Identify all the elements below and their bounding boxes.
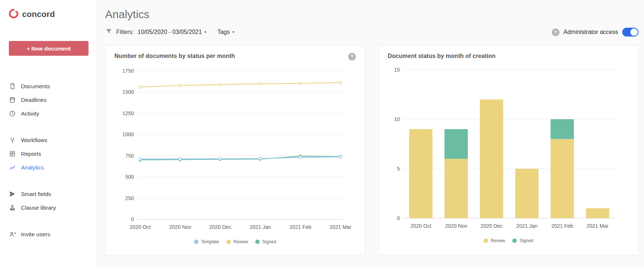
chart-legend: TemplateReviewSigned bbox=[114, 239, 356, 244]
legend-dot bbox=[512, 238, 517, 243]
toolbar: Filters: 10/05/2020 - 03/05/2021 ▾ Tags … bbox=[105, 27, 638, 38]
svg-text:2021 Feb: 2021 Feb bbox=[551, 223, 573, 229]
legend-item-template[interactable]: Template bbox=[194, 239, 219, 244]
legend-item-review[interactable]: Review bbox=[226, 239, 248, 244]
clause-library-icon bbox=[9, 204, 16, 211]
card-title: Number of documents by status per month bbox=[114, 53, 235, 59]
legend-label: Signed bbox=[262, 239, 276, 244]
svg-text:2021 Jan: 2021 Jan bbox=[250, 224, 271, 230]
svg-text:500: 500 bbox=[125, 174, 134, 180]
sidebar-item-workflows[interactable]: Workflows bbox=[9, 133, 89, 147]
card-header: Number of documents by status per month … bbox=[114, 53, 356, 61]
toggle-knob bbox=[630, 28, 638, 36]
legend-item-signed[interactable]: Signed bbox=[512, 238, 533, 243]
date-range-value: 10/05/2020 - 03/05/2021 bbox=[138, 29, 202, 35]
tags-dropdown[interactable]: Tags ▾ bbox=[217, 29, 234, 35]
new-document-button[interactable]: + New document bbox=[9, 41, 89, 56]
filters-label: Filters: bbox=[116, 29, 134, 35]
svg-text:2020 Dec: 2020 Dec bbox=[209, 224, 231, 230]
svg-text:2020 Dec: 2020 Dec bbox=[481, 223, 503, 229]
svg-text:1750: 1750 bbox=[122, 68, 134, 74]
legend-dot bbox=[484, 238, 488, 243]
nav-group-documents: Documents Deadlines Activity bbox=[9, 79, 89, 120]
app-window: concord + New document Documents Deadlin… bbox=[0, 0, 644, 268]
svg-text:2021 Feb: 2021 Feb bbox=[290, 224, 311, 230]
sidebar-item-smart-fields[interactable]: Smart fields bbox=[9, 187, 89, 201]
svg-text:2020 Nov: 2020 Nov bbox=[169, 224, 191, 230]
help-icon[interactable]: ? bbox=[552, 28, 560, 36]
help-icon[interactable]: ? bbox=[348, 53, 356, 61]
legend-dot bbox=[255, 240, 260, 244]
chevron-down-icon: ▾ bbox=[232, 30, 234, 34]
invite-users-icon bbox=[9, 231, 16, 238]
svg-text:2021 Mar: 2021 Mar bbox=[329, 224, 351, 230]
calendar-icon bbox=[9, 96, 16, 103]
line-chart-card: Number of documents by status per month … bbox=[105, 45, 365, 255]
nav-group-library: Smart fields Clause library bbox=[9, 187, 89, 214]
documents-by-status-line-chart: 025050075010001250150017502020 Oct2020 N… bbox=[114, 64, 357, 234]
svg-text:0: 0 bbox=[131, 216, 134, 222]
sidebar-item-label: Documents bbox=[21, 83, 50, 90]
sidebar-item-deadlines[interactable]: Deadlines bbox=[9, 93, 89, 107]
clock-icon bbox=[9, 110, 16, 117]
legend-label: Template bbox=[201, 239, 219, 244]
svg-text:1250: 1250 bbox=[122, 110, 134, 116]
document-icon bbox=[9, 83, 16, 90]
legend-label: Review bbox=[233, 239, 248, 244]
svg-text:0: 0 bbox=[397, 215, 400, 221]
legend-label: Signed bbox=[519, 238, 533, 243]
admin-access-control: ? Administrator access bbox=[552, 28, 639, 37]
sidebar-item-analytics[interactable]: Analytics bbox=[9, 161, 89, 174]
status-by-month-bar-chart: 0510152020 Oct2020 Nov2020 Dec2021 Jan20… bbox=[388, 63, 630, 233]
sidebar-item-invite-users[interactable]: Invite users bbox=[9, 227, 89, 241]
card-title: Document status by month of creation bbox=[388, 53, 495, 59]
sidebar-item-label: Clause library bbox=[21, 205, 56, 211]
legend-item-signed[interactable]: Signed bbox=[255, 239, 276, 244]
legend-item-review[interactable]: Review bbox=[484, 238, 505, 243]
card-header: Document status by month of creation bbox=[388, 53, 629, 59]
main-content: Analytics Filters: 10/05/2020 - 03/05/20… bbox=[96, 0, 644, 268]
chart-legend: ReviewSigned bbox=[388, 238, 629, 243]
nav-group-invite: Invite users bbox=[9, 227, 89, 241]
bar-chart-card: Document status by month of creation 051… bbox=[378, 45, 638, 255]
brand-name: concord bbox=[22, 10, 55, 19]
sidebar-item-label: Activity bbox=[21, 110, 39, 117]
charts-row: Number of documents by status per month … bbox=[105, 45, 638, 255]
sidebar-item-label: Invite users bbox=[21, 231, 50, 238]
sidebar-item-label: Deadlines bbox=[21, 97, 46, 103]
svg-text:2021 Mar: 2021 Mar bbox=[587, 223, 609, 229]
svg-text:2021 Jan: 2021 Jan bbox=[516, 223, 538, 229]
legend-dot bbox=[226, 240, 231, 244]
filters-bar: Filters: 10/05/2020 - 03/05/2021 ▾ Tags … bbox=[105, 28, 234, 37]
smart-fields-icon bbox=[9, 190, 16, 197]
sidebar-item-label: Analytics bbox=[21, 164, 44, 171]
sidebar-item-activity[interactable]: Activity bbox=[9, 107, 89, 120]
svg-text:750: 750 bbox=[125, 153, 134, 159]
svg-text:15: 15 bbox=[394, 67, 400, 73]
page-title: Analytics bbox=[105, 8, 638, 21]
svg-text:1000: 1000 bbox=[122, 131, 134, 137]
svg-text:250: 250 bbox=[125, 195, 134, 201]
concord-logo[interactable]: concord bbox=[9, 9, 89, 20]
sidebar-item-documents[interactable]: Documents bbox=[9, 79, 89, 93]
svg-text:2020 Oct: 2020 Oct bbox=[411, 223, 432, 229]
sidebar-item-label: Smart fields bbox=[21, 191, 51, 197]
sidebar-item-clause-library[interactable]: Clause library bbox=[9, 201, 89, 214]
date-range-dropdown[interactable]: 10/05/2020 - 03/05/2021 ▾ bbox=[138, 29, 206, 35]
svg-text:10: 10 bbox=[394, 116, 400, 122]
nav-group-tools: Workflows Reports Analytics bbox=[9, 133, 89, 174]
reports-icon bbox=[9, 150, 16, 157]
svg-text:2020 Oct: 2020 Oct bbox=[130, 224, 151, 230]
admin-access-label: Administrator access bbox=[564, 29, 619, 35]
workflow-icon bbox=[9, 137, 16, 144]
chevron-down-icon: ▾ bbox=[204, 30, 206, 34]
svg-text:5: 5 bbox=[397, 166, 400, 172]
legend-dot bbox=[194, 240, 198, 244]
sidebar-nav: Documents Deadlines Activity bbox=[9, 79, 89, 241]
sidebar-item-reports[interactable]: Reports bbox=[9, 147, 89, 161]
admin-access-toggle[interactable] bbox=[622, 28, 638, 37]
svg-text:1500: 1500 bbox=[122, 89, 134, 95]
sidebar-item-label: Workflows bbox=[21, 137, 47, 144]
concord-logo-icon bbox=[9, 9, 18, 20]
legend-label: Review bbox=[491, 238, 505, 243]
